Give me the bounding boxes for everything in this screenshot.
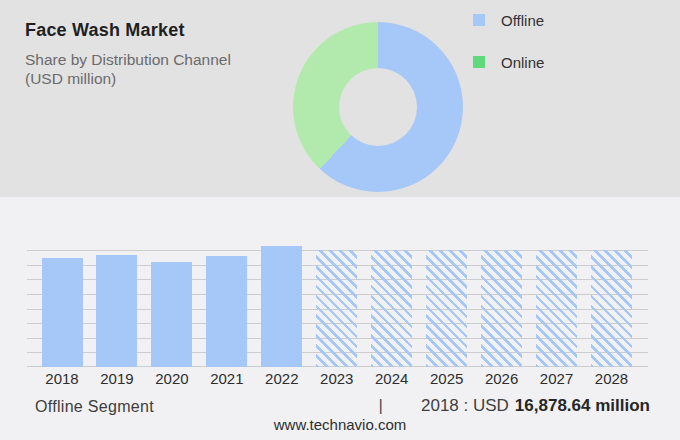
offline-swatch-icon (473, 14, 485, 26)
bar-2027 (536, 250, 577, 367)
stat-group: | 2018 : USD 16,878.64 million (379, 396, 650, 416)
stat-prefix: 2018 : USD (421, 396, 509, 416)
axis-label-2024: 2024 (375, 370, 408, 387)
bar-2018 (42, 258, 83, 367)
bar-2024 (371, 250, 412, 367)
legend-label: Online (501, 54, 544, 71)
online-swatch-icon (473, 56, 485, 68)
axis-label-2018: 2018 (45, 370, 78, 387)
x-axis-labels: 2018201920202021202220232024202520262027… (27, 370, 648, 388)
bars-layer (27, 250, 648, 367)
axis-label-2025: 2025 (430, 370, 463, 387)
chart-subtitle-line1: Share by Distribution Channel (25, 50, 275, 69)
axis-label-2019: 2019 (100, 370, 133, 387)
axis-label-2020: 2020 (155, 370, 188, 387)
bar-2021 (206, 256, 247, 367)
title-block: Face Wash Market Share by Distribution C… (25, 20, 275, 88)
axis-label-2023: 2023 (320, 370, 353, 387)
stat-value: 16,878.64 million (515, 396, 650, 416)
separator: | (379, 396, 383, 416)
axis-label-2022: 2022 (265, 370, 298, 387)
website-link[interactable]: www.technavio.com (0, 416, 680, 433)
bar-2025 (426, 250, 467, 367)
bar-2020 (151, 262, 192, 367)
axis-label-2021: 2021 (210, 370, 243, 387)
legend-item-offline[interactable]: Offline (473, 12, 544, 28)
segment-label: Offline Segment (35, 398, 154, 416)
chart-subtitle-line2: (USD million) (25, 69, 275, 88)
donut-hole (339, 68, 417, 146)
bar-chart-panel: 2018201920202021202220232024202520262027… (0, 197, 680, 440)
axis-label-2026: 2026 (485, 370, 518, 387)
bar-2022 (261, 246, 302, 367)
header-panel: Face Wash Market Share by Distribution C… (0, 0, 680, 197)
infographic: Face Wash Market Share by Distribution C… (0, 0, 680, 440)
legend-item-online[interactable]: Online (473, 54, 544, 70)
legend-label: Offline (501, 12, 544, 29)
bar-2019 (96, 255, 137, 367)
bar-chart-area (27, 250, 648, 367)
axis-label-2027: 2027 (540, 370, 573, 387)
donut-chart (293, 22, 463, 192)
bar-2028 (591, 250, 632, 367)
legend: Offline Online (473, 12, 544, 70)
bar-2023 (316, 250, 357, 367)
page-title: Face Wash Market (25, 20, 275, 41)
bar-2026 (481, 250, 522, 367)
axis-label-2028: 2028 (595, 370, 628, 387)
